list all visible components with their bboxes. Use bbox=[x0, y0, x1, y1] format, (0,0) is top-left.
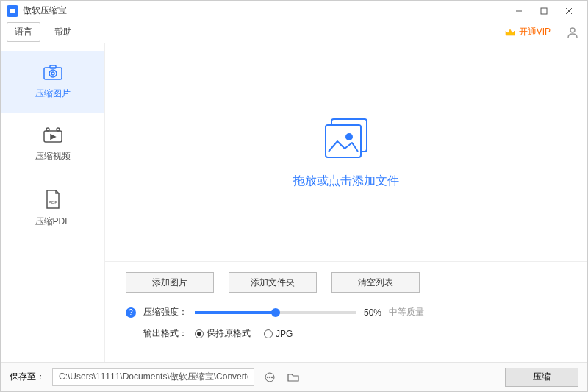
svg-point-20 bbox=[271, 377, 273, 378]
sidebar-item-image[interactable]: 压缩图片 bbox=[1, 51, 104, 113]
strength-slider[interactable] bbox=[195, 311, 356, 314]
app-title: 傲软压缩宝 bbox=[23, 4, 67, 17]
folder-icon[interactable] bbox=[285, 369, 301, 385]
save-path-input[interactable] bbox=[52, 368, 254, 386]
close-button[interactable] bbox=[556, 1, 581, 21]
svg-marker-12 bbox=[51, 135, 55, 139]
svg-rect-8 bbox=[50, 65, 56, 68]
clear-list-button[interactable]: 清空列表 bbox=[331, 272, 420, 293]
crown-icon bbox=[504, 27, 516, 38]
image-stack-icon bbox=[320, 116, 373, 163]
sidebar-item-label: 压缩视频 bbox=[35, 150, 71, 163]
sidebar-item-label: 压缩PDF bbox=[35, 215, 71, 228]
pdf-icon: PDF bbox=[44, 189, 62, 210]
strength-value: 50% bbox=[364, 307, 381, 318]
radio-label: JPG bbox=[276, 329, 293, 339]
svg-point-11 bbox=[57, 128, 60, 131]
controls-panel: 添加图片 添加文件夹 清空列表 ? 压缩强度： 50% 中等质量 输出格式： bbox=[105, 261, 587, 362]
menu-language[interactable]: 语言 bbox=[7, 22, 40, 42]
user-icon[interactable] bbox=[564, 24, 581, 41]
vip-label: 开通VIP bbox=[519, 26, 551, 38]
strength-label: 压缩强度： bbox=[143, 306, 187, 318]
help-icon[interactable]: ? bbox=[126, 307, 136, 318]
add-image-button[interactable]: 添加图片 bbox=[126, 272, 214, 293]
titlebar: 傲软压缩宝 bbox=[1, 1, 587, 21]
sidebar: 压缩图片 压缩视频 PDF 压缩PDF bbox=[1, 43, 105, 362]
video-icon bbox=[43, 126, 63, 144]
main-panel: 拖放或点击添加文件 添加图片 添加文件夹 清空列表 ? 压缩强度： 50% 中等… bbox=[105, 43, 587, 362]
radio-original[interactable]: 保持原格式 bbox=[195, 327, 251, 340]
footer: 保存至： 压缩 bbox=[1, 362, 587, 391]
svg-rect-1 bbox=[541, 8, 547, 14]
vip-button[interactable]: 开通VIP bbox=[504, 26, 551, 38]
body: 压缩图片 压缩视频 PDF 压缩PDF 拖放或点击添加文件 添加图片 添加文件夹 bbox=[1, 43, 587, 362]
compress-button[interactable]: 压缩 bbox=[505, 368, 578, 387]
menu-help[interactable]: 帮助 bbox=[46, 22, 80, 42]
svg-point-19 bbox=[269, 377, 270, 378]
radio-jpg[interactable]: JPG bbox=[264, 329, 293, 339]
svg-rect-15 bbox=[326, 125, 361, 157]
format-radio-group: 保持原格式 JPG bbox=[195, 327, 293, 340]
sidebar-item-label: 压缩图片 bbox=[35, 88, 71, 100]
sidebar-item-video[interactable]: 压缩视频 bbox=[1, 113, 104, 176]
app-icon bbox=[7, 5, 18, 17]
camera-icon bbox=[43, 64, 63, 82]
radio-label: 保持原格式 bbox=[207, 327, 251, 340]
svg-point-6 bbox=[49, 70, 57, 77]
svg-point-10 bbox=[46, 128, 49, 131]
sidebar-item-pdf[interactable]: PDF 压缩PDF bbox=[1, 176, 104, 241]
quality-label: 中等质量 bbox=[389, 306, 424, 318]
svg-point-18 bbox=[267, 377, 268, 378]
svg-point-16 bbox=[346, 134, 352, 140]
slider-handle[interactable] bbox=[271, 308, 280, 317]
svg-text:PDF: PDF bbox=[49, 200, 57, 204]
more-icon[interactable] bbox=[262, 369, 278, 385]
save-to-label: 保存至： bbox=[10, 371, 45, 383]
maximize-button[interactable] bbox=[531, 1, 556, 21]
drop-area[interactable]: 拖放或点击添加文件 bbox=[105, 43, 587, 261]
menubar: 语言 帮助 开通VIP bbox=[1, 21, 587, 43]
minimize-button[interactable] bbox=[506, 1, 531, 21]
add-folder-button[interactable]: 添加文件夹 bbox=[229, 272, 317, 293]
svg-point-4 bbox=[570, 28, 575, 32]
svg-point-7 bbox=[51, 72, 54, 75]
format-label: 输出格式： bbox=[143, 327, 187, 340]
drop-text: 拖放或点击添加文件 bbox=[293, 174, 399, 189]
